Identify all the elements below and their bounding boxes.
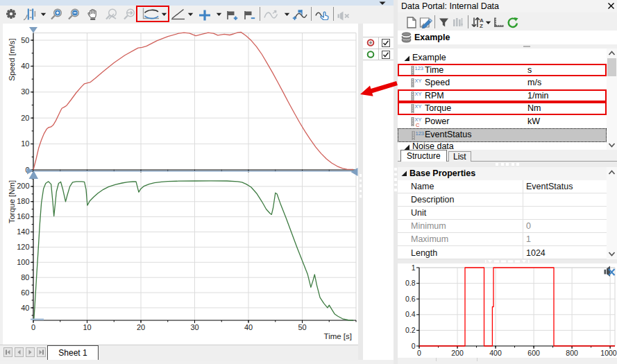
speaker-mute-icon[interactable] (604, 266, 616, 277)
curve-visible-checkbox[interactable] (382, 39, 390, 47)
channel-name: Torque (425, 103, 451, 113)
channel-num-icon: 123 (411, 130, 425, 141)
tab-sheet1[interactable]: Sheet 1 (47, 345, 99, 360)
crosshair-cursor-icon[interactable] (198, 10, 212, 21)
select-curve-icon[interactable] (315, 10, 330, 20)
property-row-unit[interactable]: Unit (398, 207, 607, 220)
svg-text:40: 40 (244, 323, 253, 331)
svg-text:200: 200 (17, 182, 29, 190)
svg-text:800: 800 (566, 349, 578, 357)
tree-scrollbar[interactable] (607, 49, 617, 150)
property-row-minimum[interactable]: Minimum 0 (398, 220, 607, 233)
channel-tree: Example 123 Times XY Speedm/s XY RPM1/mi… (398, 49, 607, 150)
settings-gear-icon[interactable] (6, 8, 17, 19)
remove-flag-icon[interactable] (243, 10, 256, 21)
property-row-maximum[interactable]: Maximum 1 (398, 233, 607, 246)
svg-text:10: 10 (21, 139, 29, 148)
svg-text:Speed [m/s]: Speed [m/s] (8, 38, 16, 80)
tree-group-noise-data[interactable]: Noise data (398, 140, 607, 149)
base-properties-header[interactable]: Base Properties (398, 167, 607, 180)
scrollbar-thumb[interactable] (607, 58, 616, 76)
green-circle-icon[interactable] (363, 49, 378, 60)
svg-text:0.8: 0.8 (405, 279, 416, 287)
last-sheet-button[interactable] (37, 347, 46, 357)
dropdown-chevron-icon[interactable] (485, 21, 491, 25)
filter-icon[interactable] (439, 17, 449, 28)
properties-scrollbar[interactable] (607, 167, 617, 259)
tab-structure[interactable]: Structure (400, 150, 447, 162)
channel-name: Speed (425, 78, 450, 87)
svg-text:0.2: 0.2 (405, 326, 416, 334)
scroll-up-icon[interactable] (608, 50, 616, 57)
dropdown-chevron-icon[interactable] (216, 12, 222, 17)
channel-unit: kW (527, 116, 540, 126)
zoom-in-icon[interactable] (50, 8, 63, 21)
data-portal-titlebar: Data Portal: Internal Data (398, 0, 617, 12)
svg-text:0: 0 (31, 323, 35, 331)
add-flag-icon[interactable] (226, 10, 239, 21)
svg-text:400: 400 (489, 349, 502, 357)
tree-channel-torque[interactable]: XY TorqueNm (398, 102, 607, 114)
svg-text:1000: 1000 (600, 349, 617, 357)
menu-bar-sliver (0, 0, 398, 6)
channel-unit: 1/min (527, 91, 549, 101)
collapse-icon[interactable] (400, 170, 407, 177)
channel-xy-icon: XY (410, 103, 425, 114)
channel-name: RPM (425, 91, 444, 101)
curve-visible-checkbox[interactable] (382, 51, 390, 59)
next-sheet-button[interactable] (26, 347, 35, 357)
dropdown-chevron-icon[interactable] (187, 12, 194, 17)
zoom-out-icon[interactable] (67, 8, 81, 21)
worksheet-chart-area[interactable]: 0102030405040608010012014016018020001020… (3, 24, 358, 345)
svg-text:Time [s]: Time [s] (324, 332, 352, 340)
channel-preview-pane: 00.20.40.60.8102004006008001000 (398, 263, 617, 358)
tree-channel-power[interactable]: XY C PowerkW (398, 115, 607, 128)
tree-expanded-icon[interactable] (403, 144, 410, 149)
new-data-icon[interactable] (406, 17, 417, 28)
flag-data-points-icon[interactable] (292, 9, 307, 21)
tree-channel-rpm[interactable]: XY RPM1/min (398, 89, 607, 102)
properties-splitter[interactable] (398, 162, 617, 167)
scale-icon[interactable] (493, 17, 504, 28)
channel-name: Time (425, 65, 443, 75)
property-row-length[interactable]: Length 1024 (398, 246, 607, 259)
data-store-root[interactable]: Example (398, 31, 617, 44)
curve-legend-column (363, 24, 394, 360)
scroll-down-icon[interactable] (608, 250, 616, 257)
scroll-down-icon[interactable] (608, 141, 616, 148)
refresh-icon[interactable] (507, 17, 519, 28)
scroll-up-icon[interactable] (608, 169, 616, 176)
register-data-icon[interactable] (419, 17, 432, 28)
dropdown-chevron-icon[interactable] (284, 12, 290, 17)
svg-text:0: 0 (417, 349, 421, 357)
sort-az-icon[interactable]: A Z (471, 17, 484, 28)
property-row-description[interactable]: Description (398, 193, 607, 207)
red-filled-circle-icon[interactable] (363, 37, 378, 48)
properties-pane: Base Properties Name EventStatus Descrip… (398, 167, 607, 259)
slope-cursor-icon[interactable] (170, 8, 185, 20)
channel-name: Power (425, 116, 449, 126)
prev-sheet-button[interactable] (15, 347, 24, 357)
tree-channel-speed[interactable]: XY Speedm/s (398, 76, 607, 89)
channel-unit: Nm (527, 103, 541, 113)
view-toolbar (0, 6, 394, 24)
pan-hand-icon[interactable] (87, 8, 99, 20)
property-key: Unit (411, 208, 426, 218)
svg-text:0.4: 0.4 (405, 310, 416, 318)
tree-expanded-icon[interactable] (403, 55, 410, 62)
svg-text:160: 160 (17, 212, 29, 220)
first-sheet-button[interactable] (3, 347, 12, 357)
svg-text:10: 10 (83, 323, 91, 331)
cursor-config-icon[interactable] (23, 8, 37, 21)
close-icon[interactable] (607, 1, 616, 10)
dropdown-chevron-icon[interactable] (40, 12, 47, 17)
eventstatus-preview-chart: 00.20.40.60.8102004006008001000 (398, 263, 617, 358)
tree-channel-time[interactable]: 123 Times (398, 64, 607, 76)
channel-name: Noise data (412, 141, 454, 149)
svg-text:C: C (416, 121, 420, 128)
property-key: Description (411, 195, 455, 205)
property-row-name[interactable]: Name EventStatus (398, 180, 607, 193)
tree-group-example[interactable]: Example (398, 51, 607, 64)
svg-text:200: 200 (451, 349, 464, 357)
tab-list[interactable]: List (448, 151, 471, 162)
